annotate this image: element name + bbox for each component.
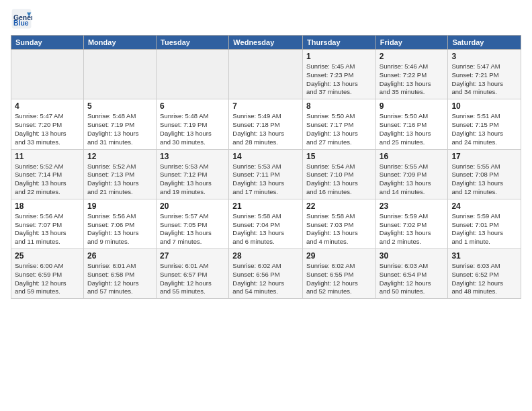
calendar-cell-5: 1Sunrise: 5:45 AM Sunset: 7:23 PM Daylig… xyxy=(303,50,376,99)
day-number: 31 xyxy=(451,251,517,261)
cell-info: Sunrise: 5:50 AM Sunset: 7:16 PM Dayligh… xyxy=(380,112,445,146)
calendar-cell-32: 28Sunrise: 6:02 AM Sunset: 6:56 PM Dayli… xyxy=(229,249,303,299)
calendar-cell-3 xyxy=(157,50,229,99)
day-number: 13 xyxy=(160,152,225,161)
cell-info: Sunrise: 6:03 AM Sunset: 6:54 PM Dayligh… xyxy=(380,262,445,296)
cell-info: Sunrise: 5:55 AM Sunset: 7:08 PM Dayligh… xyxy=(451,163,517,197)
weekday-thursday: Thursday xyxy=(303,36,376,50)
weekday-header-row: SundayMondayTuesdayWednesdayThursdayFrid… xyxy=(11,36,521,50)
cell-info: Sunrise: 5:49 AM Sunset: 7:18 PM Dayligh… xyxy=(232,112,299,146)
calendar-cell-18: 14Sunrise: 5:53 AM Sunset: 7:11 PM Dayli… xyxy=(229,149,303,199)
weekday-friday: Friday xyxy=(375,36,448,50)
calendar-cell-30: 26Sunrise: 6:01 AM Sunset: 6:58 PM Dayli… xyxy=(83,249,156,299)
day-number: 2 xyxy=(380,52,445,61)
calendar-cell-28: 24Sunrise: 5:59 AM Sunset: 7:01 PM Dayli… xyxy=(448,199,521,248)
day-number: 25 xyxy=(15,251,80,261)
cell-info: Sunrise: 5:59 AM Sunset: 7:02 PM Dayligh… xyxy=(380,212,445,246)
cell-info: Sunrise: 5:52 AM Sunset: 7:13 PM Dayligh… xyxy=(87,163,152,197)
day-number: 4 xyxy=(15,101,80,111)
cell-info: Sunrise: 5:55 AM Sunset: 7:09 PM Dayligh… xyxy=(380,163,445,197)
cell-info: Sunrise: 5:48 AM Sunset: 7:19 PM Dayligh… xyxy=(87,112,152,146)
cell-info: Sunrise: 5:53 AM Sunset: 7:11 PM Dayligh… xyxy=(232,163,299,197)
cell-info: Sunrise: 5:56 AM Sunset: 7:06 PM Dayligh… xyxy=(87,212,152,246)
calendar-cell-10: 6Sunrise: 5:48 AM Sunset: 7:19 PM Daylig… xyxy=(157,99,229,149)
day-number: 29 xyxy=(306,251,372,261)
week-row-5: 25Sunrise: 6:00 AM Sunset: 6:59 PM Dayli… xyxy=(11,249,521,299)
day-number: 12 xyxy=(87,152,152,161)
calendar-cell-7: 3Sunrise: 5:47 AM Sunset: 7:21 PM Daylig… xyxy=(448,50,521,99)
cell-info: Sunrise: 6:01 AM Sunset: 6:57 PM Dayligh… xyxy=(160,262,225,296)
calendar-cell-6: 2Sunrise: 5:46 AM Sunset: 7:22 PM Daylig… xyxy=(375,50,448,99)
calendar-cell-21: 17Sunrise: 5:55 AM Sunset: 7:08 PM Dayli… xyxy=(448,149,521,199)
cell-info: Sunrise: 6:02 AM Sunset: 6:55 PM Dayligh… xyxy=(306,262,372,296)
day-number: 15 xyxy=(306,152,372,161)
cell-info: Sunrise: 5:54 AM Sunset: 7:10 PM Dayligh… xyxy=(306,163,372,197)
calendar-cell-1 xyxy=(11,50,84,99)
page-header: General Blue xyxy=(11,8,521,30)
weekday-saturday: Saturday xyxy=(448,36,521,50)
day-number: 10 xyxy=(451,101,517,111)
calendar-cell-19: 15Sunrise: 5:54 AM Sunset: 7:10 PM Dayli… xyxy=(303,149,376,199)
week-row-4: 18Sunrise: 5:56 AM Sunset: 7:07 PM Dayli… xyxy=(11,199,521,248)
calendar-cell-35: 31Sunrise: 6:03 AM Sunset: 6:52 PM Dayli… xyxy=(448,249,521,299)
cell-info: Sunrise: 5:47 AM Sunset: 7:20 PM Dayligh… xyxy=(15,112,80,146)
calendar-cell-22: 18Sunrise: 5:56 AM Sunset: 7:07 PM Dayli… xyxy=(11,199,84,248)
weekday-sunday: Sunday xyxy=(11,36,84,50)
logo: General Blue xyxy=(11,8,35,30)
cell-info: Sunrise: 6:03 AM Sunset: 6:52 PM Dayligh… xyxy=(451,262,517,296)
calendar-cell-33: 29Sunrise: 6:02 AM Sunset: 6:55 PM Dayli… xyxy=(303,249,376,299)
day-number: 22 xyxy=(306,201,372,211)
day-number: 8 xyxy=(306,101,372,111)
day-number: 16 xyxy=(380,152,445,161)
calendar-cell-34: 30Sunrise: 6:03 AM Sunset: 6:54 PM Dayli… xyxy=(375,249,448,299)
cell-info: Sunrise: 5:45 AM Sunset: 7:23 PM Dayligh… xyxy=(306,62,372,97)
calendar-cell-11: 7Sunrise: 5:49 AM Sunset: 7:18 PM Daylig… xyxy=(229,99,303,149)
cell-info: Sunrise: 5:58 AM Sunset: 7:03 PM Dayligh… xyxy=(306,212,372,246)
weekday-tuesday: Tuesday xyxy=(157,36,229,50)
svg-text:Blue: Blue xyxy=(13,19,29,27)
calendar-cell-8: 4Sunrise: 5:47 AM Sunset: 7:20 PM Daylig… xyxy=(11,99,84,149)
day-number: 20 xyxy=(160,201,225,211)
day-number: 17 xyxy=(451,152,517,161)
calendar-cell-24: 20Sunrise: 5:57 AM Sunset: 7:05 PM Dayli… xyxy=(157,199,229,248)
cell-info: Sunrise: 5:59 AM Sunset: 7:01 PM Dayligh… xyxy=(451,212,517,246)
day-number: 26 xyxy=(87,251,152,261)
weekday-monday: Monday xyxy=(83,36,156,50)
calendar-cell-2 xyxy=(83,50,156,99)
cell-info: Sunrise: 5:48 AM Sunset: 7:19 PM Dayligh… xyxy=(160,112,225,146)
day-number: 30 xyxy=(380,251,445,261)
calendar-cell-26: 22Sunrise: 5:58 AM Sunset: 7:03 PM Dayli… xyxy=(303,199,376,248)
calendar-cell-25: 21Sunrise: 5:58 AM Sunset: 7:04 PM Dayli… xyxy=(229,199,303,248)
day-number: 21 xyxy=(232,201,299,211)
week-row-3: 11Sunrise: 5:52 AM Sunset: 7:14 PM Dayli… xyxy=(11,149,521,199)
day-number: 18 xyxy=(15,201,80,211)
calendar-cell-4 xyxy=(229,50,303,99)
cell-info: Sunrise: 5:56 AM Sunset: 7:07 PM Dayligh… xyxy=(15,212,80,246)
day-number: 6 xyxy=(160,101,225,111)
day-number: 23 xyxy=(380,201,445,211)
day-number: 24 xyxy=(451,201,517,211)
day-number: 28 xyxy=(232,251,299,261)
cell-info: Sunrise: 5:47 AM Sunset: 7:21 PM Dayligh… xyxy=(451,62,517,97)
weekday-wednesday: Wednesday xyxy=(229,36,303,50)
day-number: 5 xyxy=(87,101,152,111)
calendar-cell-23: 19Sunrise: 5:56 AM Sunset: 7:06 PM Dayli… xyxy=(83,199,156,248)
day-number: 11 xyxy=(15,152,80,161)
cell-info: Sunrise: 5:58 AM Sunset: 7:04 PM Dayligh… xyxy=(232,212,299,246)
calendar-cell-15: 11Sunrise: 5:52 AM Sunset: 7:14 PM Dayli… xyxy=(11,149,84,199)
day-number: 7 xyxy=(232,101,299,111)
calendar-cell-9: 5Sunrise: 5:48 AM Sunset: 7:19 PM Daylig… xyxy=(83,99,156,149)
day-number: 27 xyxy=(160,251,225,261)
cell-info: Sunrise: 6:00 AM Sunset: 6:59 PM Dayligh… xyxy=(15,262,80,296)
calendar-cell-17: 13Sunrise: 5:53 AM Sunset: 7:12 PM Dayli… xyxy=(157,149,229,199)
calendar-cell-13: 9Sunrise: 5:50 AM Sunset: 7:16 PM Daylig… xyxy=(375,99,448,149)
cell-info: Sunrise: 5:46 AM Sunset: 7:22 PM Dayligh… xyxy=(380,62,445,97)
cell-info: Sunrise: 5:50 AM Sunset: 7:17 PM Dayligh… xyxy=(306,112,372,146)
cell-info: Sunrise: 5:53 AM Sunset: 7:12 PM Dayligh… xyxy=(160,163,225,197)
cell-info: Sunrise: 5:57 AM Sunset: 7:05 PM Dayligh… xyxy=(160,212,225,246)
calendar-table: SundayMondayTuesdayWednesdayThursdayFrid… xyxy=(11,35,521,299)
cell-info: Sunrise: 5:51 AM Sunset: 7:15 PM Dayligh… xyxy=(451,112,517,146)
calendar-cell-16: 12Sunrise: 5:52 AM Sunset: 7:13 PM Dayli… xyxy=(83,149,156,199)
cell-info: Sunrise: 6:01 AM Sunset: 6:58 PM Dayligh… xyxy=(87,262,152,296)
calendar-cell-12: 8Sunrise: 5:50 AM Sunset: 7:17 PM Daylig… xyxy=(303,99,376,149)
